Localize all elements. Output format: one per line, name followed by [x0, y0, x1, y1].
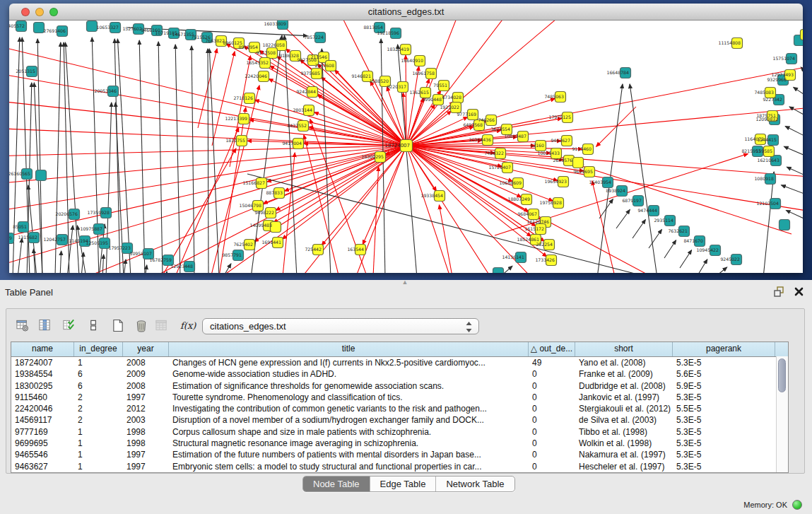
graph-node[interactable]	[779, 220, 790, 230]
tab-network-table[interactable]: Network Table	[436, 477, 514, 491]
cell-year[interactable]: 1997	[123, 461, 169, 472]
table-row[interactable]: 2242004622012Investigating the contribut…	[11, 403, 788, 414]
cell-title[interactable]: Changes of HCN gene expression and I(f) …	[169, 357, 529, 368]
column-header-name[interactable]: name	[11, 342, 74, 356]
tab-edge-table[interactable]: Edge Table	[370, 477, 437, 491]
cell-out-de-[interactable]: 0	[529, 403, 575, 414]
cell-title[interactable]: Embryonic stem cells: a model to study s…	[169, 461, 529, 472]
graph-node[interactable]	[573, 158, 584, 168]
table-body[interactable]: 1872400712008Changes of HCN gene express…	[11, 357, 788, 472]
cell-name[interactable]: 19384554	[11, 368, 74, 380]
cell-name[interactable]: 22420046	[11, 403, 74, 414]
cell-short[interactable]: de Silva et al. (2003)	[575, 414, 673, 426]
cell-pagerank[interactable]: 5.3E-5	[673, 438, 775, 449]
cell-pagerank[interactable]: 5.3E-5	[673, 357, 775, 368]
cell-pagerank[interactable]: 5.9E-5	[673, 380, 775, 392]
cell-name[interactable]: 9463627	[11, 461, 74, 472]
cell-in-degree[interactable]: 1	[74, 461, 123, 472]
network-canvas[interactable]: 2405572276914061065332715276029466160107…	[9, 21, 803, 273]
cell-title[interactable]: Tourette syndrome. Phenomenology and cla…	[169, 392, 529, 403]
close-panel-icon[interactable]	[794, 287, 804, 296]
citation-network-graph[interactable]: 2405572276914061065332715276029466160107…	[9, 21, 803, 273]
cell-out-de-[interactable]: 0	[529, 426, 575, 438]
cell-short[interactable]: Tibbo et al. (1998)	[575, 426, 673, 438]
cell-out-de-[interactable]: 0	[529, 380, 575, 392]
function-builder-icon[interactable]: f(x)	[180, 319, 199, 332]
cell-title[interactable]: Structural magnetic resonance image aver…	[169, 438, 529, 449]
table-column-edit-icon[interactable]	[39, 319, 52, 332]
table-row[interactable]: 977716911998Corpus callosum shape and si…	[11, 426, 788, 438]
cell-out-de-[interactable]: 0	[529, 414, 575, 426]
cell-short[interactable]: Wolkin et al. (1998)	[575, 438, 673, 449]
cell-pagerank[interactable]: 5.6E-5	[673, 368, 775, 380]
cell-in-degree[interactable]: 6	[74, 380, 123, 392]
cell-year[interactable]: 2009	[123, 368, 169, 380]
column-header-short[interactable]: short	[575, 342, 673, 356]
cell-title[interactable]: Estimation of significance thresholds fo…	[169, 380, 529, 392]
cell-in-degree[interactable]: 1	[74, 438, 123, 449]
cell-in-degree[interactable]: 2	[74, 414, 123, 426]
cell-out-de-[interactable]: 0	[529, 449, 575, 460]
cell-year[interactable]: 1997	[123, 449, 169, 460]
graph-node[interactable]	[493, 268, 504, 274]
cell-in-degree[interactable]: 6	[74, 368, 123, 380]
table-row[interactable]: 1938455462009Genome-wide association stu…	[11, 368, 788, 380]
column-header-in-degree[interactable]: in_degree	[74, 342, 123, 356]
table-row[interactable]: 969969511998Structural magnetic resonanc…	[11, 438, 788, 449]
float-panel-icon[interactable]	[774, 286, 784, 297]
table-row[interactable]: 1872400712008Changes of HCN gene express…	[11, 357, 788, 368]
scrollbar-thumb[interactable]	[778, 358, 786, 392]
network-window-titlebar[interactable]: citations_edges.txt	[9, 4, 803, 21]
cell-pagerank[interactable]: 5.3E-5	[673, 449, 775, 460]
cell-title[interactable]: Disruption of a novel member of a sodium…	[169, 414, 529, 426]
vertical-scrollbar[interactable]	[776, 356, 788, 472]
cell-year[interactable]: 2003	[123, 414, 169, 426]
delete-trash-icon[interactable]	[135, 319, 148, 332]
column-header-title[interactable]: title	[169, 342, 529, 356]
cell-out-de-[interactable]: 0	[529, 368, 575, 380]
cell-short[interactable]: Dudbridge et al. (2008)	[575, 380, 673, 392]
graph-node[interactable]	[801, 30, 804, 40]
cell-year[interactable]: 1998	[123, 438, 169, 449]
cell-title[interactable]: Estimation of the future numbers of pati…	[169, 449, 529, 460]
cell-name[interactable]: 9699695	[11, 438, 74, 449]
cell-out-de-[interactable]: 0	[529, 461, 575, 472]
new-document-icon[interactable]	[112, 319, 124, 332]
table-row[interactable]: 946362711997Embryonic stem cells: a mode…	[11, 461, 788, 472]
cell-year[interactable]: 1998	[123, 426, 169, 438]
cell-year[interactable]: 1997	[123, 392, 169, 403]
node-attribute-table[interactable]: namein_degreeyeartitle△ out_de...shortpa…	[11, 341, 789, 473]
table-row[interactable]: 946554611997Estimation of the future num…	[11, 449, 788, 460]
network-table-select[interactable]: citations_edges.txt	[202, 318, 479, 334]
cell-pagerank[interactable]: 5.5E-5	[673, 403, 775, 414]
select-all-columns-icon[interactable]	[63, 319, 76, 332]
tab-node-table[interactable]: Node Table	[303, 477, 370, 491]
cell-year[interactable]: 2012	[123, 403, 169, 414]
cell-out-de-[interactable]: 49	[529, 357, 575, 368]
table-row[interactable]: 1456911722003Disruption of a novel membe…	[11, 414, 788, 426]
row-height-icon[interactable]	[88, 319, 100, 332]
table-settings-icon[interactable]	[16, 319, 29, 332]
cell-title[interactable]: Corpus callosum shape and size in male p…	[169, 426, 529, 438]
cell-in-degree[interactable]: 1	[74, 426, 123, 438]
cell-pagerank[interactable]: 5.3E-5	[673, 392, 775, 403]
column-header-year[interactable]: year	[123, 342, 169, 356]
cell-out-de-[interactable]: 0	[529, 438, 575, 449]
cell-pagerank[interactable]: 5.3E-5	[673, 414, 775, 426]
graph-node[interactable]	[36, 170, 47, 181]
table-header-row[interactable]: namein_degreeyeartitle△ out_de...shortpa…	[11, 342, 788, 357]
cell-out-de-[interactable]: 0	[529, 392, 575, 403]
cell-short[interactable]: Nakamura et al. (1997)	[575, 449, 673, 460]
cell-short[interactable]: Stergiakouli et al. (2012)	[575, 403, 673, 414]
cell-name[interactable]: 9777169	[11, 426, 74, 438]
cell-in-degree[interactable]: 2	[74, 392, 123, 403]
network-view-window[interactable]: citations_edges.txt 24055722769140610653…	[9, 4, 803, 273]
cell-in-degree[interactable]: 2	[74, 403, 123, 414]
column-header-out-de-[interactable]: △ out_de...	[529, 342, 575, 356]
cell-name[interactable]: 9115460	[11, 392, 74, 403]
graph-node[interactable]	[87, 21, 98, 32]
cell-short[interactable]: Hescheler et al. (1997)	[575, 461, 673, 472]
cell-title[interactable]: Genome-wide association studies in ADHD.	[169, 368, 529, 380]
cell-name[interactable]: 9465546	[11, 449, 74, 460]
cell-pagerank[interactable]: 5.3E-5	[673, 426, 775, 438]
